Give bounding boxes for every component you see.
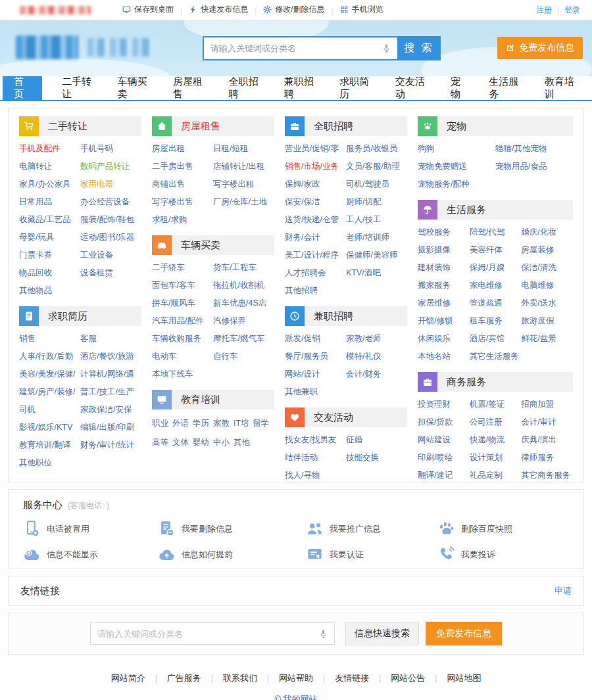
category-link[interactable]: 宠物服务/配种: [418, 175, 495, 193]
category-link[interactable]: 商铺出售: [152, 175, 213, 193]
category-link[interactable]: 编辑/出版/印刷: [80, 419, 141, 436]
category-link[interactable]: 摩托车/燃气车: [213, 330, 274, 348]
category-link[interactable]: 拼车/顺风车: [152, 294, 213, 312]
nav-item-4[interactable]: 全职招聘: [218, 76, 273, 100]
category-link[interactable]: 其他职位: [19, 454, 80, 472]
category-link[interactable]: 普工/技工/生产: [80, 383, 141, 401]
footer-link[interactable]: 网站简介: [111, 672, 145, 684]
category-link[interactable]: 会计/审计: [521, 413, 573, 431]
footer-link[interactable]: 网站帮助: [279, 672, 313, 684]
category-link[interactable]: 建材装饰: [418, 259, 470, 277]
category-link[interactable]: 驾校服务: [418, 223, 470, 241]
category-link[interactable]: 狗狗: [418, 140, 495, 158]
footer-link[interactable]: 网站地图: [447, 672, 481, 684]
category-link[interactable]: 收藏品/工艺品: [19, 211, 80, 229]
service-item[interactable]: 我要认证: [306, 546, 437, 563]
category-link[interactable]: 财务/会计: [285, 229, 346, 246]
category-link[interactable]: 电脑转让: [19, 158, 80, 175]
category-link[interactable]: 庆典/演出: [521, 431, 573, 449]
search-button[interactable]: 搜 索: [397, 36, 441, 60]
category-link[interactable]: 门票卡券: [19, 246, 80, 264]
nav-item-8[interactable]: 宠物: [440, 76, 478, 100]
category-link[interactable]: 网站/设计: [285, 365, 346, 383]
service-item[interactable]: 信息不能显示: [23, 546, 158, 563]
category-link[interactable]: 设计策划: [470, 449, 522, 467]
bottom-publish-button[interactable]: 免费发布信息: [426, 622, 502, 645]
category-link[interactable]: 其他物品: [19, 282, 80, 300]
category-link[interactable]: 保姆/家政: [285, 175, 346, 193]
category-link[interactable]: 拖拉机/收割机: [213, 277, 274, 294]
category-link[interactable]: 求租/求购: [152, 211, 213, 229]
category-link[interactable]: 日常用品: [19, 193, 80, 211]
category-link[interactable]: 网站建设: [418, 431, 470, 449]
category-link[interactable]: 猫猫/其他宠物: [495, 140, 573, 158]
nav-item-10[interactable]: 教育培训: [534, 76, 589, 100]
nav-item-9[interactable]: 生活服务: [478, 76, 533, 100]
category-link[interactable]: 找人/寻物: [285, 467, 346, 482]
category-link[interactable]: 厨师/切配: [346, 193, 407, 211]
service-item[interactable]: 我要投诉: [437, 546, 569, 563]
category-link[interactable]: 影视/娱乐/KTV: [19, 419, 80, 436]
publish-button[interactable]: 免费发布信息: [497, 37, 583, 59]
category-link[interactable]: 外卖/送水: [521, 294, 573, 312]
microphone-icon[interactable]: [318, 629, 328, 639]
microphone-icon[interactable]: [382, 43, 391, 53]
category-link[interactable]: 担保/贷款: [418, 413, 470, 431]
category-link[interactable]: 外语: [172, 415, 189, 432]
search-input[interactable]: [204, 43, 382, 53]
category-link[interactable]: 教育培训/翻译: [19, 436, 80, 454]
category-link[interactable]: 律师服务: [521, 449, 573, 467]
category-link[interactable]: 二手轿车: [152, 259, 213, 277]
category-link[interactable]: 厂房/仓库/土地: [213, 193, 274, 211]
category-link[interactable]: 陪驾/代驾: [470, 223, 522, 241]
category-link[interactable]: 美工/设计/程序: [285, 246, 346, 264]
category-link[interactable]: 其它生活服务: [470, 348, 522, 365]
category-link[interactable]: 保洁/清洗: [521, 259, 573, 277]
bottom-search-input[interactable]: [91, 629, 318, 639]
nav-item-3[interactable]: 房屋租售: [162, 76, 218, 100]
service-item[interactable]: 我要推广信息: [306, 520, 437, 538]
category-link[interactable]: 电动车: [152, 348, 213, 365]
category-link[interactable]: 手机号码: [80, 140, 141, 158]
category-link[interactable]: 其他招聘: [285, 282, 346, 300]
category-link[interactable]: 写字楼出售: [152, 193, 213, 211]
category-link[interactable]: 搬家服务: [418, 277, 470, 294]
category-link[interactable]: 摄影摄像: [418, 241, 470, 259]
category-link[interactable]: 客服: [80, 330, 141, 348]
category-link[interactable]: 鲜花/盆景: [521, 330, 573, 348]
category-link[interactable]: 销售: [19, 330, 80, 348]
category-link[interactable]: 司机/驾驶员: [346, 175, 407, 193]
category-link[interactable]: 运动/图书/乐器: [80, 229, 141, 246]
category-link[interactable]: 休闲娱乐: [418, 330, 470, 348]
category-link[interactable]: 翻译/速记: [418, 467, 470, 482]
category-link[interactable]: 旅游度假: [521, 312, 573, 330]
category-link[interactable]: 工人/技工: [346, 211, 407, 229]
category-link[interactable]: 本地名站: [418, 348, 470, 365]
footer-link[interactable]: 广告服务: [167, 672, 201, 684]
category-link[interactable]: 房屋出租: [152, 140, 213, 158]
category-link[interactable]: 家政保洁/安保: [80, 401, 141, 419]
category-link[interactable]: 二手房出售: [152, 158, 213, 175]
category-link[interactable]: 模特/礼仪: [346, 348, 407, 365]
category-link[interactable]: 找女友/找男友: [285, 431, 346, 449]
category-link[interactable]: 学历: [193, 415, 209, 432]
category-link[interactable]: 房屋装修: [521, 241, 573, 259]
category-link[interactable]: 汽修保养: [213, 312, 274, 330]
category-link[interactable]: 快递/物流: [470, 431, 522, 449]
category-link[interactable]: 餐厅/服务员: [285, 348, 346, 365]
category-link[interactable]: 文体: [172, 434, 189, 452]
category-link[interactable]: 人事/行政/后勤: [19, 348, 80, 365]
category-link[interactable]: 保健师/美容师: [346, 246, 407, 264]
category-link[interactable]: 家电维修: [470, 277, 522, 294]
category-link[interactable]: 其它商务服务: [521, 467, 573, 482]
category-link[interactable]: 财务/审计/统计: [80, 436, 141, 454]
category-link[interactable]: IT培: [234, 415, 249, 432]
category-link[interactable]: 印刷/喷绘: [418, 449, 470, 467]
copyright-link[interactable]: © 我的网站: [0, 693, 592, 700]
category-link[interactable]: 汽车用品/配件: [152, 312, 213, 330]
category-link[interactable]: 机票/签证: [470, 396, 522, 413]
category-link[interactable]: 文员/客服/助理: [346, 158, 407, 175]
category-link[interactable]: 保安/保洁: [285, 193, 346, 211]
category-link[interactable]: 送货/快递/仓管: [285, 211, 346, 229]
category-link[interactable]: 礼品定制: [470, 467, 522, 482]
